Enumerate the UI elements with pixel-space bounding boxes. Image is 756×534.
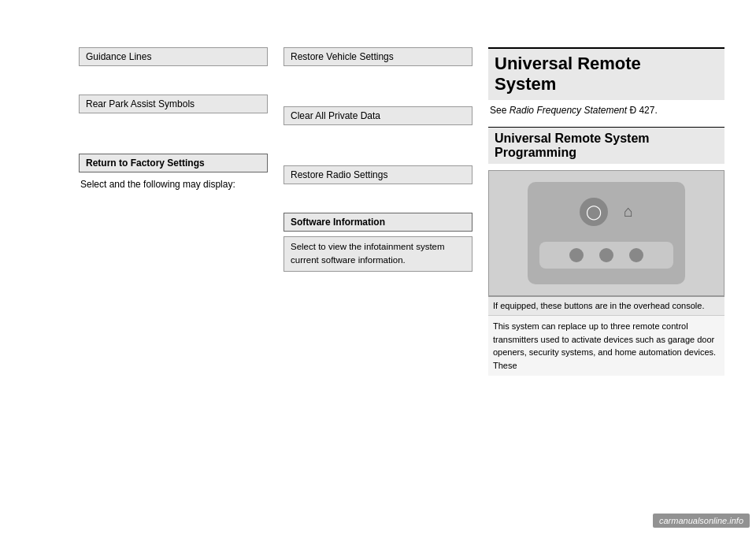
guidance-lines-label: Guidance Lines	[86, 51, 151, 62]
restore-radio-settings-box: Restore Radio Settings	[284, 165, 472, 184]
remote-btn-3	[629, 248, 643, 262]
clear-private-data-box: Clear All Private Data	[284, 106, 472, 125]
remote-buttons-row	[539, 242, 673, 269]
rear-park-assist-label: Rear Park Assist Symbols	[86, 98, 195, 109]
remote-circle-icon: ◯	[580, 198, 608, 226]
universal-remote-title-box: Universal Remote System	[488, 47, 724, 100]
intro-text: See Radio Frequency Statement Ð 427.	[488, 100, 724, 121]
page-container: Guidance Lines Rear Park Assist Symbols …	[0, 0, 756, 534]
remote-body-text: This system can replace up to three remo…	[493, 321, 716, 370]
rear-park-assist-box: Rear Park Assist Symbols	[79, 95, 268, 113]
mid-column: Restore Vehicle Settings Clear All Priva…	[284, 47, 488, 502]
remote-home-icon: ⌂	[624, 202, 633, 221]
software-information-label: Software Information	[291, 217, 385, 228]
right-column: Universal Remote System See Radio Freque…	[488, 47, 724, 502]
software-information-text: Select to view the infotainment system c…	[284, 236, 472, 272]
remote-device-illustration: ◯ ⌂	[528, 182, 685, 284]
guidance-lines-box: Guidance Lines	[79, 47, 268, 66]
restore-radio-settings-label: Restore Radio Settings	[291, 169, 387, 180]
remote-btn-2	[599, 248, 613, 262]
software-information-box: Software Information	[284, 213, 472, 232]
remote-caption-box: If equipped, these buttons are in the ov…	[488, 296, 724, 315]
return-factory-settings-text: Select and the following may display:	[79, 177, 268, 191]
urs-programming-subtitle: Universal Remote System Programming	[495, 132, 718, 160]
remote-btn-1	[569, 248, 584, 262]
restore-vehicle-settings-box: Restore Vehicle Settings	[284, 47, 472, 66]
return-factory-settings-label: Return to Factory Settings	[86, 158, 205, 169]
remote-icons-row: ◯ ⌂	[580, 198, 633, 226]
clear-private-data-label: Clear All Private Data	[291, 110, 380, 121]
universal-remote-title: Universal Remote System	[495, 54, 718, 95]
remote-image-box: ◯ ⌂	[488, 170, 724, 296]
left-column: Guidance Lines Rear Park Assist Symbols …	[79, 47, 284, 502]
return-factory-settings-box: Return to Factory Settings	[79, 154, 268, 172]
urs-programming-subtitle-box: Universal Remote System Programming	[488, 127, 724, 164]
remote-caption-text: If equipped, these buttons are in the ov…	[493, 301, 704, 310]
restore-vehicle-settings-label: Restore Vehicle Settings	[291, 51, 394, 62]
remote-body-text-box: This system can replace up to three remo…	[488, 315, 724, 376]
